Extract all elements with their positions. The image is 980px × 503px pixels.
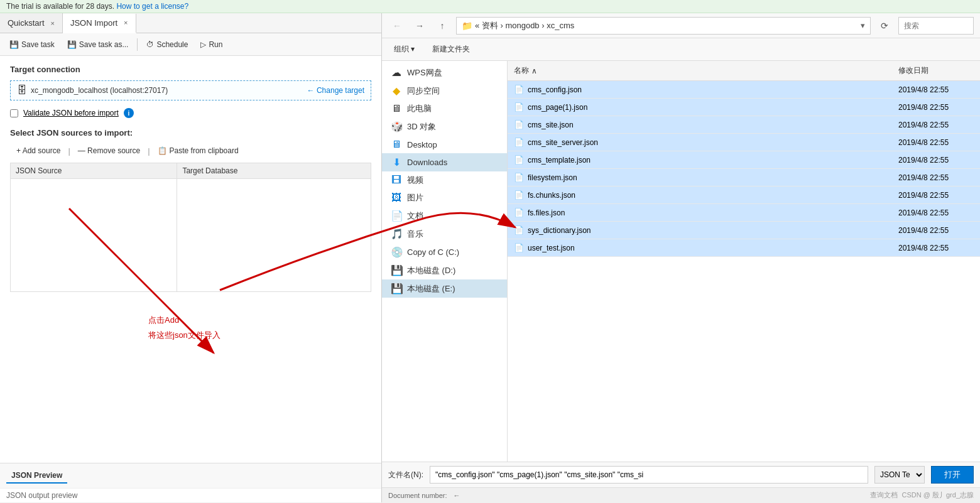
bottom-bar: JSON Preview [0, 463, 381, 488]
file-row[interactable]: 📄 sys_dictionary.json 2019/4/8 22:55 [508, 222, 980, 239]
organize-button[interactable]: 组织 ▾ [388, 41, 420, 57]
target-connection-title: Target connection [10, 65, 371, 74]
open-button[interactable]: 打开 [931, 466, 974, 484]
nav-item-downloads[interactable]: ⬇ Downloads [382, 153, 507, 171]
tab-quickstart-close[interactable]: × [51, 19, 55, 27]
nav-item-wps[interactable]: ☁ WPS网盘 [382, 63, 507, 82]
nav-item-copyc[interactable]: 💿 Copy of C (C:) [382, 243, 507, 261]
change-target-button[interactable]: ← Change target [307, 86, 364, 95]
nav-item-pictures[interactable]: 🖼 图片 [382, 189, 507, 207]
file-row[interactable]: 📄 cms_site.json 2019/4/8 22:55 [508, 116, 980, 134]
sources-title: Select JSON sources to import: [10, 128, 371, 138]
breadcrumb[interactable]: 📁 « 资料 › mongodb › xc_cms ▾ [456, 17, 871, 35]
documents-icon: 📄 [391, 210, 402, 222]
nav-music-label: 音乐 [407, 229, 423, 240]
refresh-button[interactable]: ⟳ [876, 17, 893, 35]
nav-videos-label: 视频 [407, 175, 423, 186]
nav-item-3d[interactable]: 🎲 3D 对象 [382, 117, 507, 136]
license-link[interactable]: How to get a license? [116, 2, 188, 11]
nav-item-sync[interactable]: ◆ 同步空间 [382, 82, 507, 100]
file-name-cell: 📄 user_test.json [508, 241, 892, 254]
nav-item-documents[interactable]: 📄 文档 [382, 207, 507, 225]
file-date-cell: 2019/4/8 22:55 [892, 242, 980, 254]
file-row[interactable]: 📄 cms_site_server.json 2019/4/8 22:55 [508, 134, 980, 151]
file-doc-icon: 📄 [514, 173, 524, 182]
explorer-bottom: 文件名(N): JSON Te 打开 [382, 462, 980, 487]
diske-icon: 💾 [391, 283, 402, 295]
file-doc-icon: 📄 [514, 138, 524, 147]
info-badge[interactable]: i [124, 108, 134, 118]
tab-quickstart[interactable]: Quickstart × [0, 13, 63, 33]
file-row[interactable]: 📄 fs.chunks.json 2019/4/8 22:55 [508, 187, 980, 204]
nav-item-computer[interactable]: 🖥 此电脑 [382, 100, 507, 117]
tab-json-import-close[interactable]: × [124, 19, 128, 26]
nav-forward-button[interactable]: → [411, 17, 428, 35]
file-row[interactable]: 📄 cms_page(1).json 2019/4/8 22:55 [508, 99, 980, 116]
nav-item-desktop[interactable]: 🖥 Desktop [382, 136, 507, 153]
nav-back-button[interactable]: ← [388, 17, 406, 35]
col-name-label: 名称 [514, 65, 529, 76]
col-name-header[interactable]: 名称 ∧ [508, 63, 892, 78]
nav-computer-label: 此电脑 [407, 103, 432, 114]
file-date-cell: 2019/4/8 22:55 [892, 171, 980, 184]
nav-up-button[interactable]: ↑ [433, 17, 451, 35]
tab-json-import[interactable]: JSON Import × [63, 14, 136, 33]
file-doc-icon: 📄 [514, 85, 524, 94]
nav-item-diskd[interactable]: 💾 本地磁盘 (D:) [382, 261, 507, 279]
save-task-as-button[interactable]: 💾 Save task as... [62, 38, 134, 51]
file-row[interactable]: 📄 user_test.json 2019/4/8 22:55 [508, 239, 980, 257]
nav-item-music[interactable]: 🎵 音乐 [382, 225, 507, 243]
validate-checkbox[interactable] [10, 109, 18, 117]
filename-input[interactable] [430, 466, 868, 484]
file-row[interactable]: 📄 filesystem.json 2019/4/8 22:55 [508, 169, 980, 187]
left-panel: Quickstart × JSON Import × 💾 Save task 💾… [0, 13, 382, 502]
file-date-cell: 2019/4/8 22:55 [892, 207, 980, 219]
schedule-button[interactable]: ⏱ Schedule [141, 38, 193, 51]
remove-source-button[interactable]: — Remove source [72, 144, 146, 158]
copyc-icon: 💿 [391, 246, 402, 258]
col-date-header[interactable]: 修改日期 [892, 63, 980, 78]
nav-item-diske[interactable]: 💾 本地磁盘 (E:) [382, 279, 507, 298]
file-row[interactable]: 📄 fs.files.json 2019/4/8 22:55 [508, 204, 980, 222]
file-doc-icon: 📄 [514, 120, 524, 129]
annotation-line2: 将这些json文件导入 [148, 328, 220, 342]
connection-box: 🗄 xc_mongodb_localhost (localhost:27017)… [10, 80, 371, 100]
nav-item-videos[interactable]: 🎞 视频 [382, 171, 507, 189]
schedule-label: Schedule [156, 40, 188, 49]
paste-icon: 📋 [158, 146, 167, 155]
file-row[interactable]: 📄 cms_config.json 2019/4/8 22:55 [508, 81, 980, 99]
tab-quickstart-label: Quickstart [8, 18, 45, 28]
file-name: user_test.json [528, 244, 575, 252]
save-task-button[interactable]: 💾 Save task [4, 38, 60, 51]
new-folder-button[interactable]: 新建文件夹 [427, 41, 476, 57]
json-preview-tab[interactable]: JSON Preview [6, 468, 67, 484]
file-name: fs.chunks.json [528, 191, 575, 200]
source-separator: | [68, 146, 70, 156]
annotation: 点击Add 将这些json文件导入 [148, 313, 220, 342]
file-name-cell: 📄 filesystem.json [508, 171, 892, 184]
status-row: Document number: ← 查询文档 CSDN @ 殷丿grd_志腺 [382, 487, 980, 502]
col-target-db: Target Database [177, 163, 371, 179]
run-button[interactable]: ▷ Run [195, 38, 228, 51]
add-source-button[interactable]: + Add source [10, 144, 67, 158]
file-name-cell: 📄 cms_site_server.json [508, 136, 892, 149]
filetype-select[interactable]: JSON Te [874, 466, 925, 484]
file-name: cms_config.json [528, 85, 582, 94]
file-date-cell: 2019/4/8 22:55 [892, 119, 980, 131]
search-input[interactable] [898, 17, 974, 35]
sync-icon: ◆ [391, 85, 402, 97]
right-panel: ← → ↑ 📁 « 资料 › mongodb › xc_cms ▾ ⟳ 组织 ▾… [382, 13, 980, 502]
file-list-panel: 名称 ∧ 修改日期 📄 cms_config.json 2019/4/8 22:… [508, 61, 980, 462]
db-icon: 🗄 [17, 85, 27, 96]
save-task-label: Save task [21, 40, 55, 49]
file-name: fs.files.json [528, 208, 565, 217]
explorer-body: ☁ WPS网盘 ◆ 同步空间 🖥 此电脑 🎲 3D 对象 🖥 Desk [382, 61, 980, 462]
file-row[interactable]: 📄 cms_template.json 2019/4/8 22:55 [508, 151, 980, 169]
import-content: Target connection 🗄 xc_mongodb_localhost… [0, 56, 381, 463]
file-doc-icon: 📄 [514, 208, 524, 217]
import-toolbar: 💾 Save task 💾 Save task as... ⏱ Schedule… [0, 33, 381, 56]
nav-sync-label: 同步空间 [407, 85, 440, 97]
file-name: cms_site_server.json [528, 138, 598, 147]
diskd-icon: 💾 [391, 264, 402, 276]
paste-clipboard-button[interactable]: 📋 Paste from clipboard [151, 144, 245, 158]
